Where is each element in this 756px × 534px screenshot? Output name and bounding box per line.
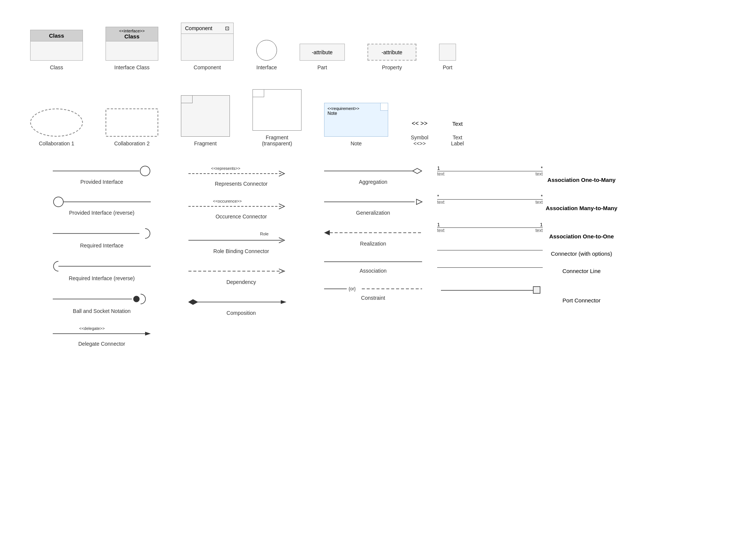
note-stereotype: <<requirement>> bbox=[327, 106, 385, 111]
part-text: -attribute bbox=[312, 49, 332, 55]
row3-connectors: Provided Interface Provided Interface (r… bbox=[30, 165, 726, 347]
provided-iface-rev-svg bbox=[49, 196, 155, 207]
provided-iface-rev-item: Provided Interface (reverse) bbox=[30, 196, 173, 216]
provided-iface-label: Provided Interface bbox=[80, 179, 123, 185]
port-connector-svg bbox=[437, 285, 543, 296]
assoc-one-many-left-mult: 1 bbox=[437, 165, 440, 171]
fragment-corner bbox=[181, 96, 193, 103]
symbol-property: -attribute Property bbox=[367, 44, 416, 70]
association-svg bbox=[320, 258, 426, 265]
constraint-item: {or} Constraint bbox=[309, 285, 437, 301]
component-title: Component bbox=[185, 25, 212, 31]
assoc-one-many-label: Association One-to-Many bbox=[437, 177, 726, 183]
note-label: Note bbox=[350, 140, 362, 146]
col-mid1: <<represents>> Represents Connector <<oc… bbox=[173, 165, 309, 316]
ball-socket-svg bbox=[49, 293, 155, 306]
collab2-label: Collaboration 2 bbox=[114, 140, 150, 146]
component-label: Component bbox=[194, 64, 221, 70]
symbol-interface-class: <<interface>> Class Interface Class bbox=[106, 27, 158, 70]
port-connector-item: Port Connector bbox=[437, 285, 726, 304]
property-shape: -attribute bbox=[367, 44, 416, 61]
iface-class-label: Interface Class bbox=[114, 64, 149, 70]
col-mid2: Aggregation Generalization Realization bbox=[309, 165, 437, 301]
association-label: Association bbox=[360, 268, 387, 274]
property-label: Property bbox=[382, 64, 402, 70]
provided-iface-rev-label: Provided Interface (reverse) bbox=[69, 210, 135, 216]
aggregation-label: Aggregation bbox=[359, 179, 387, 185]
connector-line-item: Connector Line bbox=[437, 267, 726, 274]
class-label: Class bbox=[50, 64, 63, 70]
delegate-item: <<delegate>> Delegate Connector bbox=[30, 325, 173, 347]
assoc-many-many-roles: text text bbox=[437, 200, 543, 205]
constraint-svg: {or} bbox=[320, 285, 426, 293]
symbol-fragment-transparent: Fragment (transparent) bbox=[253, 89, 301, 146]
assoc-many-many-mult: * * bbox=[437, 194, 543, 199]
delegate-label: Delegate Connector bbox=[78, 341, 125, 347]
aggregation-svg bbox=[320, 165, 426, 177]
fragment-transparent-label: Fragment (transparent) bbox=[262, 134, 292, 146]
connector-options-item: Connector (with options) bbox=[437, 250, 726, 257]
svg-marker-20 bbox=[281, 300, 286, 304]
svg-marker-24 bbox=[416, 199, 422, 204]
delegate-svg: <<delegate>> bbox=[49, 325, 155, 339]
generalization-svg bbox=[320, 196, 426, 207]
assoc-many-many-left-role: text bbox=[437, 200, 444, 205]
assoc-one-one-right-mult: 1 bbox=[540, 222, 543, 227]
port-connector-label: Port Connector bbox=[437, 297, 726, 304]
component-header: Component ⊡ bbox=[181, 23, 233, 34]
interface-label: Interface bbox=[256, 64, 277, 70]
fragment-label: Fragment bbox=[194, 140, 217, 146]
required-iface-rev-svg bbox=[49, 260, 155, 273]
assoc-many-many-right-role: text bbox=[536, 200, 543, 205]
svg-point-1 bbox=[140, 166, 150, 176]
assoc-many-many-left-mult: * bbox=[437, 194, 439, 199]
role-binding-svg: Role bbox=[185, 231, 298, 246]
aggregation-item: Aggregation bbox=[309, 165, 437, 185]
assoc-one-one-mult: 1 1 bbox=[437, 222, 543, 227]
iface-class-shape: <<interface>> Class bbox=[106, 27, 158, 61]
assoc-many-many-right-mult: * bbox=[541, 194, 543, 199]
svg-point-7 bbox=[133, 296, 139, 302]
required-iface-item: Required Interface bbox=[30, 227, 173, 249]
svg-text:Role: Role bbox=[260, 232, 269, 236]
row2-shapes: Collaboration 1 Collaboration 2 Fragment… bbox=[30, 89, 726, 146]
fragment-transparent-shape bbox=[253, 89, 301, 131]
symbol-fragment: Fragment bbox=[181, 95, 230, 146]
svg-point-2 bbox=[54, 197, 63, 207]
realization-item: Realization bbox=[309, 227, 437, 247]
represents-label: Represents Connector bbox=[215, 181, 268, 187]
connector-options-label: Connector (with options) bbox=[437, 250, 726, 257]
symbol-collab2: Collaboration 2 bbox=[106, 108, 158, 146]
dependency-svg bbox=[185, 265, 298, 277]
occurence-label: Occurence Connector bbox=[216, 214, 267, 220]
association-item: Association bbox=[309, 258, 437, 274]
provided-iface-svg bbox=[49, 165, 155, 177]
assoc-one-many-right-mult: * bbox=[541, 165, 543, 171]
ball-socket-item: Ball and Socket Notation bbox=[30, 293, 173, 314]
provided-iface-item: Provided Interface bbox=[30, 165, 173, 185]
chevron-text: << >> bbox=[412, 120, 427, 127]
role-binding-item: Role Role Binding Connector bbox=[173, 231, 309, 254]
realization-svg bbox=[320, 227, 426, 238]
assoc-many-many-item: * * text text Association Many-to-Many bbox=[437, 194, 726, 211]
symbol-part: -attribute Part bbox=[300, 44, 345, 70]
symbol-collab1: Collaboration 1 bbox=[30, 108, 83, 146]
textlabel-text: Text bbox=[452, 121, 463, 127]
part-label: Part bbox=[317, 64, 327, 70]
composition-svg bbox=[185, 296, 298, 308]
textlabel-label: TextLabel bbox=[451, 134, 464, 146]
assoc-many-many-label: Association Many-to-Many bbox=[437, 205, 726, 211]
fragment-shape bbox=[181, 95, 230, 137]
svg-marker-19 bbox=[188, 299, 198, 305]
connector-line-label: Connector Line bbox=[437, 268, 726, 274]
composition-label: Composition bbox=[226, 310, 256, 316]
required-iface-svg bbox=[49, 227, 155, 240]
symbol-interface: Interface bbox=[256, 40, 277, 70]
note-shape: <<requirement>> Note bbox=[324, 103, 388, 137]
represents-svg: <<represents>> bbox=[185, 165, 298, 179]
svg-rect-32 bbox=[533, 287, 540, 293]
symbol-chevron: << >> Symbol<<>> bbox=[411, 120, 429, 146]
svg-marker-22 bbox=[413, 168, 422, 174]
constraint-label: Constraint bbox=[361, 295, 385, 301]
symbol-class: Class Class bbox=[30, 30, 83, 70]
